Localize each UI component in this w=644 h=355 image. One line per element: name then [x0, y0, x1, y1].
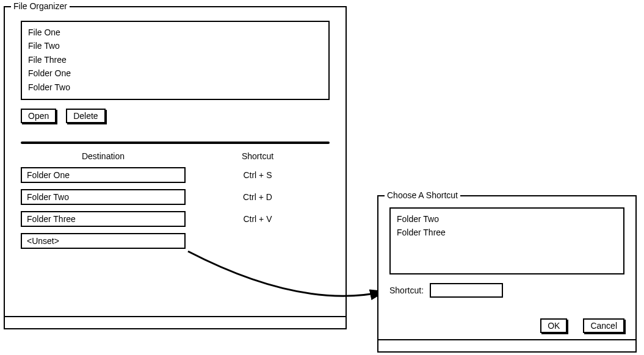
shortcut-option-list[interactable]: Folder Two Folder Three — [389, 207, 624, 274]
list-item[interactable]: File Two — [28, 39, 322, 52]
list-item[interactable]: Folder Two — [397, 212, 617, 226]
list-item[interactable]: Folder Two — [28, 81, 322, 94]
shortcut-input[interactable] — [430, 283, 503, 298]
shortcut-label: Shortcut: — [389, 285, 424, 295]
header-destination: Destination — [21, 151, 186, 161]
dialog-footer — [378, 339, 635, 351]
destination-field[interactable]: <Unset> — [21, 233, 186, 249]
list-item[interactable]: File One — [28, 26, 322, 39]
shortcut-value: Ctrl + D — [186, 192, 330, 202]
list-item[interactable]: Folder One — [28, 66, 322, 80]
main-window-title: File Organizer — [11, 1, 70, 11]
list-item[interactable]: File Three — [28, 53, 322, 66]
shortcut-value: Ctrl + S — [186, 170, 330, 180]
header-shortcut: Shortcut — [186, 151, 330, 161]
shortcut-value: Ctrl + V — [186, 214, 330, 224]
file-organizer-window: File Organizer File One File Two File Th… — [4, 6, 347, 329]
ok-button[interactable]: OK — [540, 318, 567, 333]
open-button[interactable]: Open — [21, 109, 56, 123]
section-divider — [21, 142, 330, 144]
mapping-row: <Unset> — [21, 233, 330, 249]
destination-field[interactable]: Folder One — [21, 167, 186, 183]
choose-shortcut-dialog: Choose A Shortcut Folder Two Folder Thre… — [377, 195, 637, 353]
file-list[interactable]: File One File Two File Three Folder One … — [21, 21, 330, 100]
mapping-row: Folder Three Ctrl + V — [21, 211, 330, 227]
list-item[interactable]: Folder Three — [397, 226, 617, 239]
destination-field[interactable]: Folder Three — [21, 211, 186, 227]
mapping-headers: Destination Shortcut — [21, 151, 330, 161]
cancel-button[interactable]: Cancel — [583, 318, 624, 333]
mapping-row: Folder One Ctrl + S — [21, 167, 330, 183]
mapping-row: Folder Two Ctrl + D — [21, 189, 330, 205]
main-window-footer — [5, 316, 346, 328]
destination-field[interactable]: Folder Two — [21, 189, 186, 205]
delete-button[interactable]: Delete — [66, 109, 105, 123]
dialog-title: Choose A Shortcut — [385, 190, 460, 200]
